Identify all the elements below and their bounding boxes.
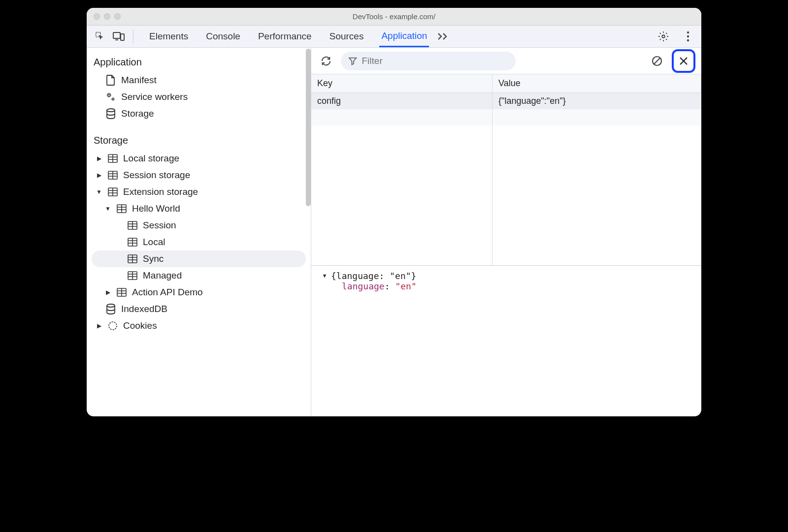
- minimize-window-icon[interactable]: [104, 13, 110, 20]
- tab-performance[interactable]: Performance: [256, 26, 314, 47]
- devtools-window: DevTools - example.com/ Elements Console…: [87, 8, 701, 416]
- document-icon: [105, 75, 116, 86]
- sidebar-item-label: Sync: [143, 253, 164, 264]
- filter-input[interactable]: [362, 56, 508, 66]
- column-header-key[interactable]: Key: [311, 74, 492, 93]
- cell-key: config: [311, 93, 492, 109]
- table-icon: [107, 187, 118, 197]
- chevron-down-icon[interactable]: ▼: [321, 273, 328, 279]
- close-window-icon[interactable]: [94, 13, 100, 20]
- sidebar-item-label: Cookies: [123, 320, 157, 331]
- refresh-icon[interactable]: [317, 52, 335, 70]
- sidebar-item-area-session[interactable]: Session: [87, 217, 311, 234]
- table-row[interactable]: config {"language":"en"}: [311, 93, 701, 109]
- svg-point-7: [108, 94, 110, 96]
- svg-point-8: [112, 98, 114, 100]
- table-icon: [107, 153, 118, 164]
- chevron-right-icon[interactable]: ▶: [104, 289, 111, 296]
- tab-elements[interactable]: Elements: [147, 26, 190, 47]
- database-icon: [105, 108, 116, 119]
- sidebar-item-service-workers[interactable]: Service workers: [87, 89, 311, 105]
- table-icon: [127, 253, 138, 264]
- table-icon: [116, 287, 127, 298]
- sidebar-item-local-storage[interactable]: ▶ Local storage: [87, 150, 311, 167]
- clear-all-icon[interactable]: [648, 52, 666, 70]
- panel-tabs: Elements Console Performance Sources App…: [147, 26, 429, 47]
- svg-point-3: [662, 35, 665, 38]
- device-toolbar-icon[interactable]: [109, 27, 128, 46]
- tab-sources[interactable]: Sources: [328, 26, 366, 47]
- section-application-header: Application: [87, 53, 311, 72]
- sidebar-item-label: Extension storage: [123, 187, 198, 197]
- gears-icon: [105, 92, 116, 102]
- sidebar-item-label: Service workers: [121, 92, 188, 102]
- cell-value: {"language":"en"}: [492, 93, 701, 109]
- sidebar-item-label: Managed: [143, 270, 182, 281]
- more-tabs-icon[interactable]: [437, 32, 450, 41]
- filter-input-wrap[interactable]: [341, 52, 516, 70]
- sidebar-item-label: Local storage: [123, 153, 179, 164]
- sidebar-item-storage[interactable]: Storage: [87, 105, 311, 122]
- svg-point-5: [687, 35, 689, 37]
- table-icon: [127, 270, 138, 281]
- svg-point-19: [107, 304, 115, 307]
- toolbar: Elements Console Performance Sources App…: [87, 26, 701, 48]
- filter-icon: [349, 57, 357, 65]
- delete-selected-icon[interactable]: [675, 52, 692, 70]
- detail-pane: ▼ {language: "en"} language: "en": [311, 266, 701, 416]
- json-prop-value: "en": [395, 281, 416, 291]
- chevron-down-icon[interactable]: ▼: [96, 188, 102, 195]
- sidebar-item-label: Action API Demo: [132, 287, 203, 298]
- sidebar-item-area-managed[interactable]: Managed: [87, 267, 311, 284]
- sidebar-item-label: Manifest: [121, 75, 157, 86]
- divider: [133, 30, 133, 43]
- window-title: DevTools - example.com/: [353, 12, 435, 21]
- svg-rect-1: [113, 32, 120, 38]
- kebab-menu-icon[interactable]: [679, 27, 697, 46]
- table-icon: [107, 170, 118, 181]
- settings-icon[interactable]: [654, 27, 673, 46]
- table-header: Key Value: [311, 74, 701, 93]
- traffic-lights: [87, 13, 121, 20]
- svg-point-20: [109, 322, 117, 330]
- svg-point-9: [107, 109, 115, 112]
- filter-bar: [311, 48, 701, 74]
- sidebar-item-cookies[interactable]: ▶ Cookies: [87, 317, 311, 334]
- table-icon: [127, 237, 138, 248]
- storage-table: Key Value config {"language":"en"}: [311, 74, 701, 266]
- table-body: config {"language":"en"}: [311, 93, 701, 265]
- table-icon: [127, 220, 138, 231]
- sidebar-item-label: Local: [143, 237, 165, 248]
- json-prop-name: language: [342, 281, 385, 291]
- svg-point-6: [687, 39, 689, 41]
- sidebar-item-extension-action-api-demo[interactable]: ▶ Action API Demo: [87, 284, 311, 301]
- chevron-right-icon[interactable]: ▶: [96, 155, 102, 162]
- sidebar-item-area-sync[interactable]: Sync: [92, 250, 306, 267]
- sidebar-item-extension-storage[interactable]: ▼ Extension storage: [87, 184, 311, 200]
- inspect-element-icon[interactable]: [91, 27, 109, 46]
- titlebar: DevTools - example.com/: [87, 8, 701, 26]
- table-icon: [116, 203, 127, 214]
- section-storage-header: Storage: [87, 131, 311, 150]
- tab-console[interactable]: Console: [204, 26, 242, 47]
- chevron-right-icon[interactable]: ▶: [96, 172, 102, 179]
- chevron-down-icon[interactable]: ▼: [104, 205, 111, 212]
- svg-point-4: [687, 31, 689, 33]
- tab-application[interactable]: Application: [379, 26, 429, 47]
- sidebar-item-label: IndexedDB: [121, 304, 167, 314]
- scrollbar[interactable]: [306, 49, 311, 206]
- table-row-empty[interactable]: [311, 109, 701, 125]
- cookie-icon: [107, 320, 118, 331]
- chevron-right-icon[interactable]: ▶: [96, 322, 102, 329]
- maximize-window-icon[interactable]: [114, 13, 121, 20]
- sidebar-item-label: Session storage: [123, 170, 190, 181]
- sidebar-item-label: Hello World: [132, 203, 180, 214]
- sidebar-item-area-local[interactable]: Local: [87, 234, 311, 250]
- sidebar-item-extension-hello-world[interactable]: ▼ Hello World: [87, 200, 311, 217]
- sidebar-item-label: Storage: [121, 108, 154, 119]
- sidebar-item-manifest[interactable]: Manifest: [87, 72, 311, 89]
- column-header-value[interactable]: Value: [492, 74, 701, 93]
- sidebar-item-session-storage[interactable]: ▶ Session storage: [87, 167, 311, 184]
- sidebar-item-indexeddb[interactable]: IndexedDB: [87, 301, 311, 317]
- main-panel: Key Value config {"language":"en"}: [311, 48, 701, 416]
